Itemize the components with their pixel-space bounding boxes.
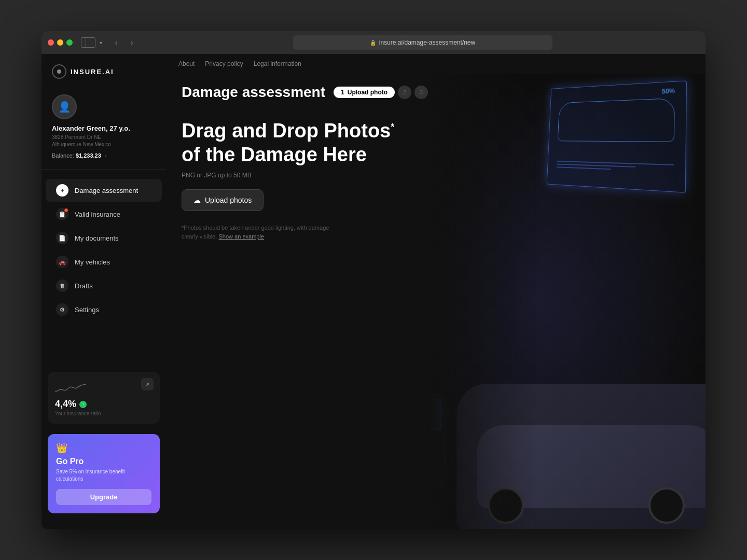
nav-menu: ＋ Damage assessment 📋 Valid insurance 📄 … xyxy=(42,170,166,367)
upload-photos-button[interactable]: ☁ Upload photos xyxy=(182,189,264,211)
nav-about[interactable]: About xyxy=(178,60,195,67)
sidebar-item-settings[interactable]: ⚙ Settings xyxy=(46,298,162,321)
user-name: Alexander Green, 27 y.o. xyxy=(52,124,156,132)
logo-area: INSURE.AI xyxy=(42,64,166,89)
real-car-wheel-front xyxy=(648,487,685,524)
minimize-button[interactable] xyxy=(57,39,63,46)
sidebar-label-my-vehicles: My vehicles xyxy=(75,258,110,266)
sidebar-label-valid-insurance: Valid insurance xyxy=(75,211,120,218)
url-text: insure.ai/damage-assessment/new xyxy=(379,39,475,46)
my-vehicles-icon: 🚗 xyxy=(56,256,68,268)
page-title: Damage assessment xyxy=(182,84,325,101)
upload-content-area: Drag and Drop Photos* of the Damage Here… xyxy=(166,109,706,251)
upgrade-button[interactable]: Upgrade xyxy=(56,489,151,505)
maximize-button[interactable] xyxy=(66,39,73,46)
go-pro-title: Go Pro xyxy=(56,457,151,466)
logo-dot xyxy=(57,69,61,74)
settings-icon: ⚙ xyxy=(56,303,68,316)
sidebar-item-drafts[interactable]: 🗑 Drafts xyxy=(46,274,162,297)
insurance-widget: ↗ 4,4% ↑ Your insurance ratio xyxy=(48,372,160,424)
nav-legal[interactable]: Legal information xyxy=(254,60,301,67)
widget-chart xyxy=(55,379,153,395)
insurance-chart xyxy=(55,379,86,395)
sidebar-toggle-icon[interactable] xyxy=(81,37,95,48)
balance-value: $1,233.23 xyxy=(76,152,101,159)
forward-button[interactable]: › xyxy=(126,37,137,48)
expand-widget-button[interactable]: ↗ xyxy=(141,378,154,390)
photo-hint: *Photos should be taken under good light… xyxy=(182,223,337,241)
back-button[interactable]: ‹ xyxy=(110,37,122,48)
sidebar-label-my-documents: My documents xyxy=(75,234,119,242)
balance-arrow-icon: › xyxy=(105,152,107,159)
insurance-ratio: 4,4% ↑ xyxy=(55,399,153,410)
sidebar-item-valid-insurance[interactable]: 📋 Valid insurance xyxy=(46,203,162,226)
logo-icon xyxy=(52,64,66,79)
nav-privacy[interactable]: Privacy policy xyxy=(205,60,243,67)
browser-content: INSURE.AI 👤 Alexander Green, 27 y.o. 382… xyxy=(42,54,706,529)
user-address: 3828 Piermont Dr NE Albuquerque New Mexi… xyxy=(52,134,156,148)
sidebar-label-damage-assessment: Damage assessment xyxy=(75,187,138,194)
page-header: Damage assessment 1 Upload photo 2 3 xyxy=(166,74,706,109)
browser-window: ▾ ‹ › 🔒 insure.ai/damage-assessment/new … xyxy=(42,31,706,529)
dropdown-icon[interactable]: ▾ xyxy=(100,40,102,46)
sidebar-label-settings: Settings xyxy=(75,306,99,314)
close-button[interactable] xyxy=(48,39,54,46)
sidebar-item-my-vehicles[interactable]: 🚗 My vehicles xyxy=(46,250,162,273)
valid-insurance-icon: 📋 xyxy=(56,208,68,220)
browser-titlebar: ▾ ‹ › 🔒 insure.ai/damage-assessment/new xyxy=(42,31,706,54)
step-2: 2 xyxy=(398,86,411,99)
sidebar: INSURE.AI 👤 Alexander Green, 27 y.o. 382… xyxy=(42,54,166,529)
step-indicators: 1 Upload photo 2 3 xyxy=(334,86,428,99)
go-pro-description: Save 5% on insurance benefit calculation… xyxy=(56,468,151,483)
my-documents-icon: 📄 xyxy=(56,232,68,244)
browser-nav: ‹ › xyxy=(110,37,137,48)
logo-text: INSURE.AI xyxy=(71,68,114,76)
step-1-label: Upload photo xyxy=(348,89,388,96)
step-1-active: 1 Upload photo xyxy=(334,87,395,98)
drafts-icon: 🗑 xyxy=(56,279,68,292)
traffic-lights xyxy=(48,39,73,46)
ratio-up-icon: ↑ xyxy=(79,401,87,408)
top-nav: About Privacy policy Legal information xyxy=(166,54,706,74)
asterisk: * xyxy=(391,122,394,132)
url-bar[interactable]: 🔒 insure.ai/damage-assessment/new xyxy=(293,35,552,50)
user-profile: 👤 Alexander Green, 27 y.o. 3828 Piermont… xyxy=(42,89,166,170)
damage-assessment-icon: ＋ xyxy=(56,184,68,197)
sidebar-label-drafts: Drafts xyxy=(75,282,93,290)
main-content: About Privacy policy Legal information 5… xyxy=(166,54,706,529)
avatar: 👤 xyxy=(52,94,77,119)
page-area: 50% xyxy=(166,74,706,529)
sidebar-item-my-documents[interactable]: 📄 My documents xyxy=(46,227,162,249)
go-pro-card: 👑 Go Pro Save 5% on insurance benefit ca… xyxy=(48,434,160,513)
step-1-number: 1 xyxy=(341,89,344,96)
drag-drop-heading: Drag and Drop Photos* of the Damage Here xyxy=(182,119,399,166)
show-example-link[interactable]: Show an example xyxy=(219,233,264,240)
insurance-label: Your insurance ratio xyxy=(55,411,153,416)
balance[interactable]: Balance: $1,233.23 › xyxy=(52,152,156,159)
crown-icon: 👑 xyxy=(56,442,151,454)
step-3: 3 xyxy=(414,86,428,99)
lock-icon: 🔒 xyxy=(370,40,376,46)
upload-cloud-icon: ☁ xyxy=(193,196,201,204)
sidebar-item-damage-assessment[interactable]: ＋ Damage assessment xyxy=(46,179,162,202)
file-types-label: PNG or JPG up to 50 MB xyxy=(182,172,690,179)
